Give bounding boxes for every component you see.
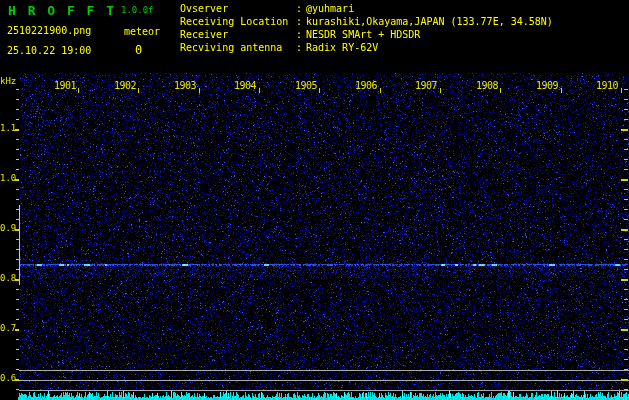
y-axis-unit-label: kHz <box>0 77 16 86</box>
info-value: kurashiki,Okayama,JAPAN (133.77E, 34.58N… <box>306 16 553 27</box>
info-separator: : <box>296 41 306 54</box>
info-row-observer: Ovserver:@yuhmari <box>180 2 553 15</box>
info-label: Ovserver <box>180 2 296 15</box>
y-axis-tick-label: 0.6 <box>0 374 15 383</box>
observer-info-block: Ovserver:@yuhmari Receiving Location:kur… <box>180 2 553 54</box>
hrofft-output-image: H R O F F T 1.0.0f 2510221900.png meteor… <box>0 0 629 400</box>
observation-datetime: 25.10.22 19:00 <box>7 46 91 56</box>
meteor-count-label: meteor <box>124 27 160 37</box>
spectrogram-canvas <box>0 0 629 400</box>
info-value: NESDR SMArt + HDSDR <box>306 29 420 40</box>
info-separator: : <box>296 15 306 28</box>
x-axis-tick-label: 1907 <box>414 81 438 91</box>
info-label: Receiving Location <box>180 15 296 28</box>
info-separator: : <box>296 2 306 15</box>
meteor-count-value: 0 <box>135 44 142 56</box>
x-axis-tick-label: 1910 <box>595 81 619 91</box>
info-row-antenna: Recviving antenna:Radix RY-62V <box>180 41 553 54</box>
info-row-receiver: Receiver:NESDR SMArt + HDSDR <box>180 28 553 41</box>
app-version: 1.0.0f <box>121 6 154 15</box>
x-axis-tick-label: 1903 <box>173 81 197 91</box>
info-value: @yuhmari <box>306 3 354 14</box>
y-axis-tick-label: 1.1 <box>0 124 15 133</box>
app-title: H R O F F T <box>8 4 116 17</box>
x-axis-tick-label: 1908 <box>475 81 499 91</box>
y-axis-tick-label: 1.0 <box>0 174 15 183</box>
y-axis-tick-label: 0.7 <box>0 324 15 333</box>
x-axis-tick-label: 1906 <box>354 81 378 91</box>
x-axis-tick-label: 1901 <box>53 81 77 91</box>
info-label: Receiver <box>180 28 296 41</box>
info-row-location: Receiving Location:kurashiki,Okayama,JAP… <box>180 15 553 28</box>
info-separator: : <box>296 28 306 41</box>
y-axis-tick-label: 0.8 <box>0 274 15 283</box>
x-axis-tick-label: 1904 <box>233 81 257 91</box>
info-label: Recviving antenna <box>180 41 296 54</box>
x-axis-tick-label: 1909 <box>535 81 559 91</box>
info-value: Radix RY-62V <box>306 42 378 53</box>
y-axis-tick-label: 0.9 <box>0 224 15 233</box>
x-axis-tick-label: 1905 <box>294 81 318 91</box>
x-axis-tick-label: 1902 <box>113 81 137 91</box>
output-filename: 2510221900.png <box>7 26 91 36</box>
